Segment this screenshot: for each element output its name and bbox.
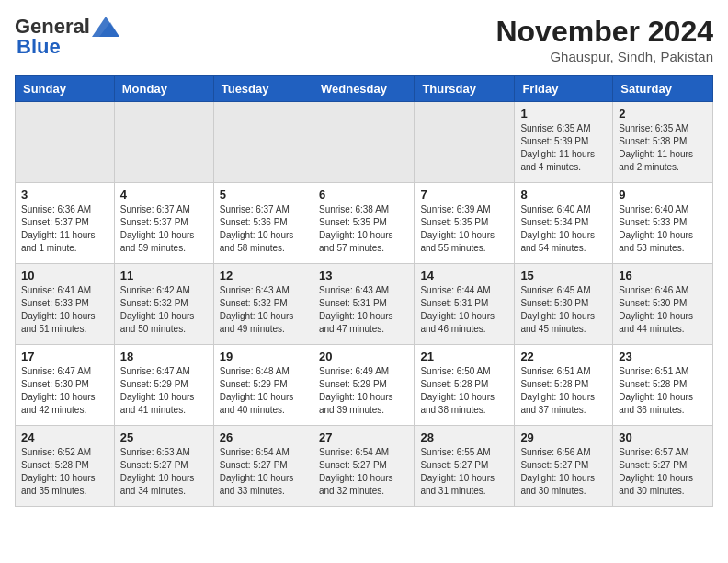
header-wednesday: Wednesday <box>313 76 414 102</box>
table-row: 29Sunrise: 6:56 AM Sunset: 5:27 PM Dayli… <box>515 426 613 507</box>
table-row: 8Sunrise: 6:40 AM Sunset: 5:34 PM Daylig… <box>515 183 613 264</box>
day-number: 26 <box>220 431 307 444</box>
table-row: 14Sunrise: 6:44 AM Sunset: 5:31 PM Dayli… <box>415 264 515 345</box>
day-info: Sunrise: 6:37 AM Sunset: 5:37 PM Dayligh… <box>120 203 208 255</box>
day-number: 12 <box>220 269 307 282</box>
day-number: 1 <box>520 107 607 121</box>
table-row <box>415 102 515 183</box>
table-row: 5Sunrise: 6:37 AM Sunset: 5:36 PM Daylig… <box>213 183 313 264</box>
day-number: 9 <box>619 188 707 201</box>
day-number: 29 <box>520 431 607 444</box>
day-info: Sunrise: 6:35 AM Sunset: 5:38 PM Dayligh… <box>619 122 707 174</box>
day-info: Sunrise: 6:40 AM Sunset: 5:34 PM Dayligh… <box>520 203 607 255</box>
table-row: 21Sunrise: 6:50 AM Sunset: 5:28 PM Dayli… <box>415 345 515 426</box>
day-info: Sunrise: 6:37 AM Sunset: 5:36 PM Dayligh… <box>220 203 307 255</box>
day-number: 18 <box>120 350 208 363</box>
calendar-table: Sunday Monday Tuesday Wednesday Thursday… <box>15 75 713 507</box>
table-row <box>213 102 313 183</box>
table-row: 25Sunrise: 6:53 AM Sunset: 5:27 PM Dayli… <box>114 426 213 507</box>
day-info: Sunrise: 6:55 AM Sunset: 5:27 PM Dayligh… <box>420 446 508 498</box>
table-row: 24Sunrise: 6:52 AM Sunset: 5:28 PM Dayli… <box>16 426 115 507</box>
calendar-week-row: 24Sunrise: 6:52 AM Sunset: 5:28 PM Dayli… <box>16 426 713 507</box>
calendar-week-row: 3Sunrise: 6:36 AM Sunset: 5:37 PM Daylig… <box>16 183 713 264</box>
day-number: 11 <box>120 269 208 282</box>
day-number: 27 <box>319 431 408 444</box>
day-number: 30 <box>619 431 707 444</box>
day-number: 10 <box>21 269 108 282</box>
day-number: 4 <box>120 188 208 201</box>
day-info: Sunrise: 6:40 AM Sunset: 5:33 PM Dayligh… <box>619 203 707 255</box>
table-row: 23Sunrise: 6:51 AM Sunset: 5:28 PM Dayli… <box>613 345 713 426</box>
day-info: Sunrise: 6:52 AM Sunset: 5:28 PM Dayligh… <box>21 446 108 498</box>
day-info: Sunrise: 6:42 AM Sunset: 5:32 PM Dayligh… <box>120 284 208 336</box>
table-row: 28Sunrise: 6:55 AM Sunset: 5:27 PM Dayli… <box>415 426 515 507</box>
calendar-week-row: 1Sunrise: 6:35 AM Sunset: 5:39 PM Daylig… <box>16 102 713 183</box>
day-number: 23 <box>619 350 707 363</box>
day-number: 6 <box>319 188 408 201</box>
month-title: November 2024 <box>495 15 713 49</box>
day-number: 2 <box>619 107 707 121</box>
day-info: Sunrise: 6:35 AM Sunset: 5:39 PM Dayligh… <box>520 122 607 174</box>
day-number: 22 <box>520 350 607 363</box>
table-row: 30Sunrise: 6:57 AM Sunset: 5:27 PM Dayli… <box>613 426 713 507</box>
day-number: 8 <box>520 188 607 201</box>
table-row <box>16 102 115 183</box>
table-row: 17Sunrise: 6:47 AM Sunset: 5:30 PM Dayli… <box>16 345 115 426</box>
table-row: 27Sunrise: 6:54 AM Sunset: 5:27 PM Dayli… <box>313 426 414 507</box>
day-number: 24 <box>21 431 108 444</box>
table-row: 13Sunrise: 6:43 AM Sunset: 5:31 PM Dayli… <box>313 264 414 345</box>
day-info: Sunrise: 6:56 AM Sunset: 5:27 PM Dayligh… <box>520 446 607 498</box>
day-info: Sunrise: 6:54 AM Sunset: 5:27 PM Dayligh… <box>319 446 408 498</box>
table-row: 3Sunrise: 6:36 AM Sunset: 5:37 PM Daylig… <box>16 183 115 264</box>
day-info: Sunrise: 6:54 AM Sunset: 5:27 PM Dayligh… <box>220 446 307 498</box>
table-row: 15Sunrise: 6:45 AM Sunset: 5:30 PM Dayli… <box>515 264 613 345</box>
day-info: Sunrise: 6:46 AM Sunset: 5:30 PM Dayligh… <box>619 284 707 336</box>
day-number: 14 <box>420 269 508 282</box>
day-number: 3 <box>21 188 108 201</box>
day-info: Sunrise: 6:38 AM Sunset: 5:35 PM Dayligh… <box>319 203 408 255</box>
table-row: 26Sunrise: 6:54 AM Sunset: 5:27 PM Dayli… <box>213 426 313 507</box>
header-thursday: Thursday <box>415 76 515 102</box>
day-info: Sunrise: 6:47 AM Sunset: 5:29 PM Dayligh… <box>120 365 208 417</box>
day-number: 25 <box>120 431 208 444</box>
table-row: 2Sunrise: 6:35 AM Sunset: 5:38 PM Daylig… <box>613 102 713 183</box>
weekday-header-row: Sunday Monday Tuesday Wednesday Thursday… <box>16 76 713 102</box>
title-area: November 2024 Ghauspur, Sindh, Pakistan <box>495 15 713 64</box>
day-info: Sunrise: 6:44 AM Sunset: 5:31 PM Dayligh… <box>420 284 508 336</box>
header-monday: Monday <box>114 76 213 102</box>
table-row: 16Sunrise: 6:46 AM Sunset: 5:30 PM Dayli… <box>613 264 713 345</box>
day-info: Sunrise: 6:48 AM Sunset: 5:29 PM Dayligh… <box>220 365 307 417</box>
table-row: 18Sunrise: 6:47 AM Sunset: 5:29 PM Dayli… <box>114 345 213 426</box>
header-sunday: Sunday <box>16 76 115 102</box>
day-info: Sunrise: 6:49 AM Sunset: 5:29 PM Dayligh… <box>319 365 408 417</box>
day-number: 17 <box>21 350 108 363</box>
day-info: Sunrise: 6:43 AM Sunset: 5:32 PM Dayligh… <box>220 284 307 336</box>
day-number: 20 <box>319 350 408 363</box>
table-row <box>313 102 414 183</box>
day-number: 16 <box>619 269 707 282</box>
day-number: 15 <box>520 269 607 282</box>
day-number: 7 <box>420 188 508 201</box>
calendar-week-row: 10Sunrise: 6:41 AM Sunset: 5:33 PM Dayli… <box>16 264 713 345</box>
day-number: 21 <box>420 350 508 363</box>
table-row: 1Sunrise: 6:35 AM Sunset: 5:39 PM Daylig… <box>515 102 613 183</box>
table-row: 22Sunrise: 6:51 AM Sunset: 5:28 PM Dayli… <box>515 345 613 426</box>
day-info: Sunrise: 6:41 AM Sunset: 5:33 PM Dayligh… <box>21 284 108 336</box>
header-saturday: Saturday <box>613 76 713 102</box>
day-number: 5 <box>220 188 307 201</box>
page-header: General Blue November 2024 Ghauspur, Sin… <box>15 15 713 64</box>
day-info: Sunrise: 6:51 AM Sunset: 5:28 PM Dayligh… <box>520 365 607 417</box>
day-info: Sunrise: 6:45 AM Sunset: 5:30 PM Dayligh… <box>520 284 607 336</box>
day-info: Sunrise: 6:43 AM Sunset: 5:31 PM Dayligh… <box>319 284 408 336</box>
table-row: 12Sunrise: 6:43 AM Sunset: 5:32 PM Dayli… <box>213 264 313 345</box>
day-info: Sunrise: 6:39 AM Sunset: 5:35 PM Dayligh… <box>420 203 508 255</box>
day-info: Sunrise: 6:36 AM Sunset: 5:37 PM Dayligh… <box>21 203 108 255</box>
table-row: 10Sunrise: 6:41 AM Sunset: 5:33 PM Dayli… <box>16 264 115 345</box>
table-row: 6Sunrise: 6:38 AM Sunset: 5:35 PM Daylig… <box>313 183 414 264</box>
day-info: Sunrise: 6:57 AM Sunset: 5:27 PM Dayligh… <box>619 446 707 498</box>
table-row: 20Sunrise: 6:49 AM Sunset: 5:29 PM Dayli… <box>313 345 414 426</box>
day-number: 13 <box>319 269 408 282</box>
table-row: 11Sunrise: 6:42 AM Sunset: 5:32 PM Dayli… <box>114 264 213 345</box>
day-info: Sunrise: 6:53 AM Sunset: 5:27 PM Dayligh… <box>120 446 208 498</box>
table-row <box>114 102 213 183</box>
